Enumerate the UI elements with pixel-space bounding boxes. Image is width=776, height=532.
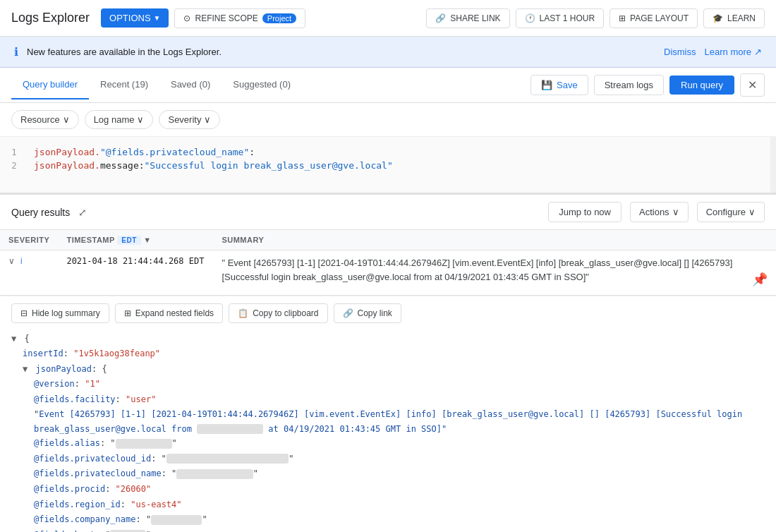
results-section: Query results ⤢ Jump to now Actions ∨ Co…: [0, 193, 776, 532]
col-timestamp: TIMESTAMP EDT ▼: [58, 230, 213, 250]
save-icon: 💾: [541, 80, 552, 90]
layout-icon: ⊞: [619, 13, 626, 23]
dismiss-button[interactable]: Dismiss: [664, 47, 696, 57]
query-line-1: 1 jsonPayload."@fields.privatecloud_name…: [0, 145, 776, 159]
tab-saved[interactable]: Saved (0): [159, 71, 222, 99]
chevron-down-icon: ∨: [672, 207, 679, 217]
learn-icon: 🎓: [713, 13, 723, 23]
timestamp-cell: 2021-04-18 21:44:44.268 EDT: [58, 250, 213, 296]
json-version: @version: "1": [11, 377, 765, 392]
copy-link-button[interactable]: 🔗 Copy link: [334, 303, 401, 323]
redacted-field-5: [151, 515, 202, 525]
log-json: ▼ { insertId: "1v5k1aog38feanp" ▼ jsonPa…: [11, 332, 765, 533]
json-region-id: @fields.region_id: "us-east4": [11, 497, 765, 513]
results-title: Query results: [11, 207, 70, 218]
expand-icon[interactable]: ⤢: [78, 207, 87, 218]
log-expanded-row: ⊟ Hide log summary ⊞ Expand nested field…: [0, 295, 776, 532]
page-layout-button[interactable]: ⊞ PAGE LAYOUT: [610, 8, 698, 28]
severity-info-icon: i: [20, 256, 23, 266]
info-icon: ℹ: [14, 45, 18, 59]
app-title: Logs Explorer: [11, 11, 90, 25]
actions-button[interactable]: Actions ∨: [630, 202, 689, 222]
query-line-2: 2 jsonPayload.message:"Successful login …: [0, 159, 776, 172]
results-content: SEVERITY TIMESTAMP EDT ▼ SUMMARY: [0, 230, 776, 532]
configure-button[interactable]: Configure ∨: [697, 202, 765, 222]
jump-to-now-button[interactable]: Jump to now: [548, 202, 622, 222]
options-button[interactable]: OPTIONS ▼: [101, 8, 169, 28]
main-area: Query builder Recent (19) Saved (0) Sugg…: [0, 68, 776, 532]
json-alias: @fields.alias: " ": [11, 436, 765, 452]
learn-button[interactable]: 🎓 LEARN: [703, 8, 765, 28]
query-editor[interactable]: 1 jsonPayload."@fields.privatecloud_name…: [0, 137, 776, 193]
copy-to-clipboard-button[interactable]: 📋 Copy to clipboard: [229, 303, 327, 323]
hide-log-summary-button[interactable]: ⊟ Hide log summary: [11, 303, 109, 323]
share-link-button[interactable]: 🔗 SHARE LINK: [426, 8, 509, 28]
json-open-brace: ▼ {: [11, 332, 765, 347]
redacted-field-4: [176, 469, 253, 479]
tab-recent[interactable]: Recent (19): [89, 71, 159, 99]
banner: ℹ New features are available in the Logs…: [0, 37, 776, 68]
chevron-down-icon: ▼: [154, 14, 161, 22]
external-link-icon: ↗: [754, 47, 762, 57]
learn-more-button[interactable]: Learn more ↗: [705, 47, 762, 57]
json-privatecloud-name: @fields.privatecloud_name: " ": [11, 466, 765, 482]
top-nav: Logs Explorer OPTIONS ▼ ⊙ REFINE SCOPE P…: [0, 0, 776, 37]
col-severity: SEVERITY: [0, 230, 58, 250]
table-body: ∨ i 2021-04-18 21:44:44.268 EDT " Event …: [0, 250, 776, 533]
sort-badge[interactable]: EDT: [117, 236, 141, 245]
tab-query-builder[interactable]: Query builder: [11, 71, 89, 99]
refine-scope-button[interactable]: ⊙ REFINE SCOPE Project: [174, 8, 305, 28]
results-table: SEVERITY TIMESTAMP EDT ▼ SUMMARY: [0, 230, 776, 532]
save-button[interactable]: 💾 Save: [531, 75, 588, 95]
nav-right: 🔗 SHARE LINK 🕐 LAST 1 HOUR ⊞ PAGE LAYOUT…: [426, 8, 765, 28]
log-expanded: ⊟ Hide log summary ⊞ Expand nested field…: [0, 296, 776, 533]
sort-icon: ▼: [143, 236, 151, 244]
json-message2: break_glass_user@gve.local from at 04/19…: [11, 422, 765, 436]
filter-log-name[interactable]: Log name ∨: [85, 110, 154, 129]
expand-arrow-icon[interactable]: ∨: [8, 256, 15, 266]
json-procid: @fields.procid: "26060": [11, 482, 765, 497]
redacted-field-2: [116, 439, 172, 449]
chevron-down-icon: ∨: [63, 114, 70, 125]
chevron-down-icon: ∨: [204, 114, 211, 125]
hide-icon: ⊟: [20, 308, 28, 318]
tab-suggested[interactable]: Suggested (0): [222, 71, 302, 99]
pin-icon[interactable]: 📌: [752, 270, 768, 289]
filter-row: Resource ∨ Log name ∨ Severity ∨: [0, 103, 776, 137]
link-icon: 🔗: [343, 308, 353, 318]
last-1-hour-button[interactable]: 🕐 LAST 1 HOUR: [516, 8, 604, 28]
json-payload-open: ▼ jsonPayload: {: [11, 362, 765, 377]
severity-cell: ∨ i: [0, 250, 58, 296]
log-expanded-cell: ⊟ Hide log summary ⊞ Expand nested field…: [0, 295, 776, 532]
run-query-button[interactable]: Run query: [669, 75, 734, 95]
tabs-row: Query builder Recent (19) Saved (0) Sugg…: [0, 68, 776, 103]
col-summary: SUMMARY: [213, 230, 776, 250]
filter-severity[interactable]: Severity ∨: [159, 110, 220, 129]
results-header: Query results ⤢ Jump to now Actions ∨ Co…: [0, 195, 776, 230]
clipboard-icon: 📋: [238, 308, 248, 318]
close-panel-button[interactable]: ✕: [740, 73, 765, 97]
expand-nested-fields-button[interactable]: ⊞ Expand nested fields: [115, 303, 223, 323]
json-message: "Event [4265793] [1-1] [2021-04-19T01:44…: [11, 407, 765, 421]
redacted-field-3: [166, 454, 289, 464]
filter-resource[interactable]: Resource ∨: [11, 110, 79, 129]
summary-cell: " Event [4265793] [1-1] [2021-04-19T01:4…: [213, 250, 776, 296]
json-host: @fields.host: " ": [11, 528, 765, 532]
redacted-field-1: [197, 424, 263, 434]
table-header: SEVERITY TIMESTAMP EDT ▼ SUMMARY: [0, 230, 776, 250]
json-insert-id: insertId: "1v5k1aog38feanp": [11, 346, 765, 362]
banner-text: New features are available in the Logs E…: [27, 47, 655, 57]
log-expanded-toolbar: ⊟ Hide log summary ⊞ Expand nested field…: [11, 296, 765, 332]
refine-scope-icon: ⊙: [183, 13, 190, 23]
clock-icon: 🕐: [525, 13, 535, 23]
chevron-down-icon: ∨: [748, 207, 756, 217]
table-row: ∨ i 2021-04-18 21:44:44.268 EDT " Event …: [0, 250, 776, 296]
editor-scrollbar[interactable]: [770, 137, 776, 193]
json-privatecloud-id: @fields.privatecloud_id: " ": [11, 452, 765, 467]
tabs-actions: 💾 Save Stream logs Run query ✕: [531, 68, 765, 102]
json-company-name: @fields.company_name: " ": [11, 512, 765, 528]
expand-fields-icon: ⊞: [124, 308, 131, 318]
share-link-icon: 🔗: [435, 13, 446, 23]
stream-logs-button[interactable]: Stream logs: [594, 75, 664, 95]
chevron-down-icon: ∨: [137, 114, 144, 125]
